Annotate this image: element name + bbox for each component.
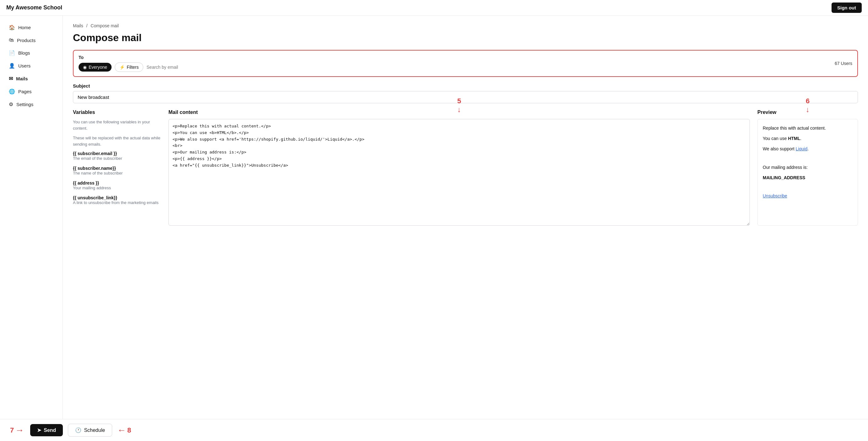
send-icon: ➤ <box>37 427 41 433</box>
sidebar-label-products: Products <box>17 38 35 43</box>
home-icon: 🏠 <box>9 25 15 30</box>
send-button[interactable]: ➤ Send <box>30 424 63 436</box>
variable-unsubscribe: {{ unsubscribe_link}} A link to unsubscr… <box>73 195 161 205</box>
user-count: 67 Users <box>835 61 852 66</box>
variables-heading: Variables <box>73 109 161 115</box>
preview-line2: You can use HTML. <box>763 135 852 142</box>
email-search-input[interactable] <box>147 65 852 70</box>
subject-label: Subject <box>73 83 858 89</box>
sidebar-label-home: Home <box>18 25 31 30</box>
preview-line5: MAILING_ADDRESS <box>763 174 852 182</box>
blogs-icon: 📄 <box>9 50 15 56</box>
sidebar-label-blogs: Blogs <box>18 50 30 56</box>
mail-content-textarea[interactable]: <p>Replace this with actual content.</p>… <box>168 119 750 226</box>
sidebar-item-home[interactable]: 🏠 Home <box>2 21 60 34</box>
variable-subscriber-name: {{ subscriber.name}} The name of the sub… <box>73 166 161 175</box>
sidebar-label-pages: Pages <box>18 89 32 94</box>
variable-subscriber-email: {{ subscriber.email }} The email of the … <box>73 151 161 161</box>
annotation-5: 5 ↓ <box>457 97 461 114</box>
schedule-label: Schedule <box>84 428 105 433</box>
unsubscribe-link[interactable]: Unsubscribe <box>763 193 787 198</box>
send-label: Send <box>44 428 56 433</box>
filter-icon: ⚡ <box>119 65 125 70</box>
preview-box: Replace this with actual content. You ca… <box>757 119 858 226</box>
filters-button[interactable]: ⚡ Filters <box>115 63 143 72</box>
layout: 🏠 Home 🛍 Products 📄 Blogs 👤 Users ✉ Mail… <box>0 16 868 441</box>
annotation-6: 6 ↓ <box>806 97 810 114</box>
var-desc-name: The name of the subscriber <box>73 171 161 175</box>
radio-icon: ◉ <box>83 65 87 70</box>
mails-icon: ✉ <box>9 76 13 81</box>
variables-desc2: These will be replaced with the actual d… <box>73 135 161 147</box>
schedule-button[interactable]: 🕐 Schedule <box>68 424 112 437</box>
liquid-link[interactable]: Liquid <box>796 146 807 151</box>
breadcrumb-separator: / <box>86 23 88 28</box>
sidebar: 🏠 Home 🛍 Products 📄 Blogs 👤 Users ✉ Mail… <box>0 16 63 441</box>
preview-line4: Our mailing address is: <box>763 164 852 171</box>
preview-line3-before: We also support <box>763 146 796 151</box>
sidebar-item-users[interactable]: 👤 Users <box>2 60 60 72</box>
sidebar-item-mails[interactable]: ✉ Mails <box>2 72 60 85</box>
breadcrumb-parent[interactable]: Mails <box>73 23 83 28</box>
sidebar-item-blogs[interactable]: 📄 Blogs <box>2 47 60 59</box>
annotation-8: ← 8 <box>117 425 131 435</box>
everyone-label: Everyone <box>89 65 107 70</box>
sign-out-button[interactable]: Sign out <box>832 2 862 13</box>
pages-icon: 🌐 <box>9 89 15 95</box>
sidebar-item-pages[interactable]: 🌐 Pages <box>2 86 60 98</box>
var-desc-email: The email of the subscriber <box>73 156 161 161</box>
variable-address: {{ address }} Your mailing address <box>73 180 161 190</box>
preview-line2-bold: HTML <box>788 136 800 141</box>
app-title: My Awesome School <box>6 4 62 11</box>
preview-line2-after: . <box>800 136 801 141</box>
sidebar-label-mails: Mails <box>16 76 28 81</box>
subject-input[interactable] <box>73 91 858 103</box>
preview-column: 6 ↓ Preview Replace this with actual con… <box>757 109 858 227</box>
variables-column: Variables You can use the following vari… <box>73 109 161 227</box>
breadcrumb-current: Compose mail <box>91 23 119 28</box>
settings-icon: ⚙ <box>9 101 13 107</box>
sidebar-item-products[interactable]: 🛍 Products <box>2 34 60 46</box>
header: My Awesome School Sign out <box>0 0 868 16</box>
var-name-unsubscribe: {{ unsubscribe_link}} <box>73 195 161 200</box>
users-icon: 👤 <box>9 63 15 69</box>
preview-line2-before: You can use <box>763 136 788 141</box>
sidebar-item-settings[interactable]: ⚙ Settings <box>2 98 60 110</box>
var-name-name: {{ subscriber.name}} <box>73 166 161 171</box>
annotation-7: 7 → <box>10 425 24 435</box>
var-desc-address: Your mailing address <box>73 185 161 190</box>
to-section: To ◉ Everyone ⚡ Filters 67 Users <box>73 50 858 77</box>
filters-label: Filters <box>127 65 138 70</box>
variables-desc1: You can use the following variables in y… <box>73 119 161 131</box>
everyone-button[interactable]: ◉ Everyone <box>79 63 112 72</box>
var-name-email: {{ subscriber.email }} <box>73 151 161 156</box>
three-column-layout: Variables You can use the following vari… <box>73 109 858 227</box>
main-content: Mails / Compose mail Compose mail 1 → To… <box>63 16 868 441</box>
preview-line3-after: . <box>807 146 809 151</box>
footer: 7 → ➤ Send 🕐 Schedule ← 8 <box>0 419 868 441</box>
sidebar-label-users: Users <box>18 63 30 68</box>
var-name-address: {{ address }} <box>73 180 161 185</box>
breadcrumb: Mails / Compose mail <box>73 23 858 28</box>
to-label: To <box>79 55 852 60</box>
page-title: Compose mail <box>73 32 858 44</box>
subject-section: 3 → Subject <box>73 83 858 103</box>
sidebar-label-settings: Settings <box>16 102 33 107</box>
preview-line1: Replace this with actual content. <box>763 124 852 132</box>
mail-content-column: 5 ↓ Mail content <p>Replace this with ac… <box>168 109 750 227</box>
clock-icon: 🕐 <box>75 427 82 433</box>
preview-line3: We also support Liquid. <box>763 145 852 153</box>
to-row: ◉ Everyone ⚡ Filters <box>79 63 852 72</box>
products-icon: 🛍 <box>9 37 14 43</box>
var-desc-unsubscribe: A link to unsubscribe from the marketing… <box>73 200 161 205</box>
